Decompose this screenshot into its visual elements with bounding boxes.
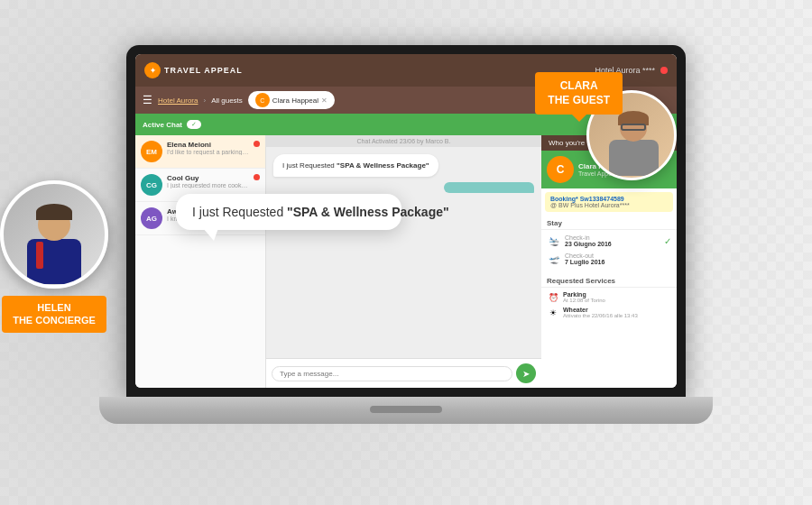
parking-name: Parking xyxy=(563,291,671,298)
helen-silhouette xyxy=(5,185,104,284)
helen-badge: HELEN THE CONCIERGE xyxy=(0,180,108,333)
parking-icon: ⏰ xyxy=(547,291,559,304)
checkout-item: 🛫 Check-out 7 Luglio 2016 xyxy=(547,252,671,266)
clara-line1: CLARA xyxy=(548,79,610,94)
helen-hair xyxy=(36,204,72,220)
helen-tie xyxy=(36,242,43,269)
avatar: AG xyxy=(141,207,162,229)
chat-input[interactable] xyxy=(272,366,512,381)
send-button[interactable]: ➤ xyxy=(516,363,536,383)
clara-body xyxy=(609,140,659,176)
guest-list: EM Elena Meioni I'd like to request a pa… xyxy=(135,135,266,388)
clara-line2: THE GUEST xyxy=(548,94,610,108)
guest-tab[interactable]: C Clara Happeal ✕ xyxy=(248,91,335,109)
checkin-checkmark: ✓ xyxy=(664,236,671,246)
avatar: EM xyxy=(141,141,162,162)
chat-messages: I just Requested "SPA & Wellness Package… xyxy=(266,147,541,358)
services-section-title: Requested Services xyxy=(541,273,677,288)
notification-dot xyxy=(660,67,668,74)
avatar: CG xyxy=(141,174,162,196)
checkin-date: 23 Giugno 2016 xyxy=(565,241,660,247)
unread-dot xyxy=(254,174,260,180)
guest-item-name: Cool Guy xyxy=(167,174,249,182)
laptop-base xyxy=(99,397,713,424)
app-logo-text: TRAVEL APPEAL xyxy=(164,66,243,75)
travel-appeal-logo-icon: ✦ xyxy=(144,62,161,78)
guest-tab-avatar: C xyxy=(255,93,270,107)
guest-item-msg: I just requested more cookies fo... xyxy=(167,182,249,188)
parking-detail: At 12:08 of Torino xyxy=(563,298,671,303)
chat-area: Chat Activated 23/06 by Marco B. I just … xyxy=(266,135,541,388)
chat-bubble-received: I just Requested "SPA & Wellness Package… xyxy=(273,154,438,177)
checkout-date: 7 Luglio 2016 xyxy=(565,259,671,265)
chat-active-label: Active Chat xyxy=(143,121,182,129)
stay-info: 🛬 Check-in 23 Giugno 2016 ✓ 🛫 Check-out xyxy=(541,230,677,273)
speech-prefix: I just Requested xyxy=(192,205,287,219)
checkout-icon: 🛫 xyxy=(547,252,561,266)
helen-body xyxy=(27,239,81,284)
chat-activated-bar: Chat Activated 23/06 by Marco B. xyxy=(266,135,541,147)
parking-info: Parking At 12:08 of Torino xyxy=(563,291,671,303)
guest-item-msg: I'd like to request a parking lot... xyxy=(167,149,249,155)
parking-service: ⏰ Parking At 12:08 of Torino xyxy=(547,291,671,304)
chat-bubble-sent xyxy=(444,182,534,193)
helen-line1: HELEN xyxy=(13,301,96,314)
weather-icon: ☀ xyxy=(547,307,559,319)
helen-avatar xyxy=(0,180,108,289)
clara-badge: CLARA THE GUEST xyxy=(535,72,623,115)
main-content: EM Elena Meioni I'd like to request a pa… xyxy=(135,135,677,388)
checkout-label: Check-out xyxy=(565,252,671,259)
booking-card: Booking* Sw1338474589 @ BW Plus Hotel Au… xyxy=(545,192,673,212)
guest-list-item[interactable]: EM Elena Meioni I'd like to request a pa… xyxy=(135,135,265,169)
speech-highlighted: "SPA & Wellness Package" xyxy=(287,205,449,219)
checkin-item: 🛬 Check-in 23 Giugno 2016 ✓ xyxy=(547,234,671,248)
guest-info: Cool Guy I just requested more cookies f… xyxy=(167,174,249,188)
booking-hotel: @ BW Plus Hotel Aurora**** xyxy=(550,202,668,208)
sub-header-left: ☰ Hotel Aurora › All guests C Clara Happ… xyxy=(143,91,335,109)
clara-head xyxy=(620,115,647,142)
close-tab-icon[interactable]: ✕ xyxy=(321,96,328,105)
weather-detail: Attivato the 22/06/16 alle 13:43 xyxy=(563,313,671,318)
guest-info: Elena Meioni I'd like to request a parki… xyxy=(167,141,249,155)
clara-glasses xyxy=(621,124,646,131)
unread-dot xyxy=(254,141,260,147)
checkout-detail: Check-out 7 Luglio 2016 xyxy=(565,252,671,265)
guest-item-name: Elena Meioni xyxy=(167,141,249,149)
checkin-icon: 🛬 xyxy=(547,234,561,248)
chat-input-row: ➤ xyxy=(266,358,541,388)
helen-label: HELEN THE CONCIERGE xyxy=(2,296,106,333)
speech-bubble: I just Requested "SPA & Wellness Package… xyxy=(176,194,401,230)
chat-active-badge: ✓ xyxy=(187,120,201,129)
helen-head xyxy=(38,208,70,241)
booking-id: Booking* Sw1338474589 xyxy=(550,196,668,202)
all-guests-label[interactable]: All guests xyxy=(211,96,243,105)
stay-section-title: Stay xyxy=(541,216,677,230)
weather-name: Wheater xyxy=(563,307,671,313)
services-section: ⏰ Parking At 12:08 of Torino ☀ Wheater A… xyxy=(541,288,677,326)
weather-service: ☀ Wheater Attivato the 22/06/16 alle 13:… xyxy=(547,307,671,319)
guest-tab-name: Clara Happeal xyxy=(272,96,318,105)
breadcrumb[interactable]: Hotel Aurora xyxy=(158,96,198,105)
app-logo: ✦ TRAVEL APPEAL xyxy=(144,62,243,78)
hamburger-icon[interactable]: ☰ xyxy=(143,94,152,106)
checkin-detail: Check-in 23 Giugno 2016 xyxy=(565,234,660,247)
guest-profile-avatar: C xyxy=(547,156,574,183)
helen-line2: THE CONCIERGE xyxy=(13,314,96,326)
weather-info: Wheater Attivato the 22/06/16 alle 13:43 xyxy=(563,307,671,318)
checkin-label: Check-in xyxy=(565,234,660,241)
